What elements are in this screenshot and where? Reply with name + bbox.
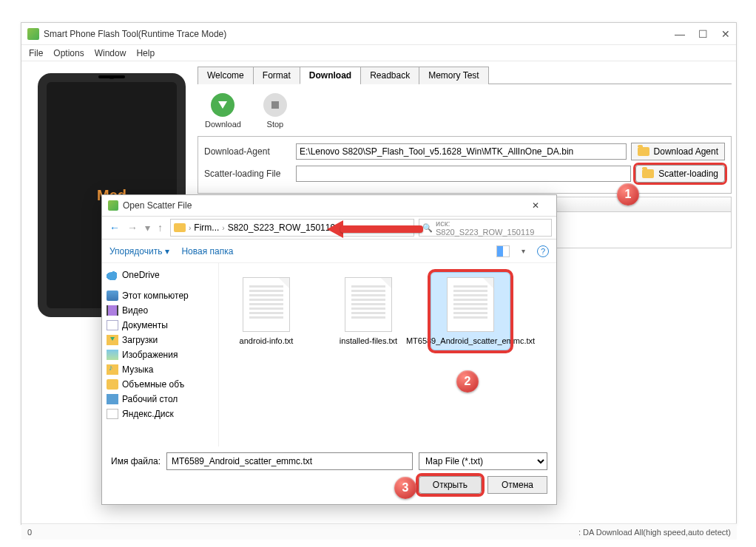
back-button[interactable]: ← [109, 222, 120, 234]
txt-file-icon [243, 277, 290, 332]
open-button[interactable]: Открыть [419, 476, 482, 494]
tree-video[interactable]: Видео [105, 303, 215, 318]
tree-desktop[interactable]: Рабочий стол [105, 392, 215, 407]
file-item-selected[interactable]: MT6589_Android_scatter_emmc.txt [431, 272, 510, 350]
file-item[interactable]: android-info.txt [226, 272, 306, 350]
help-icon[interactable]: ? [537, 245, 549, 257]
scatter-label: Scatter-loading File [204, 169, 291, 179]
stop-label: Stop [267, 120, 284, 129]
forward-button[interactable]: → [127, 222, 138, 234]
images-icon [107, 350, 118, 360]
stop-icon [263, 93, 287, 117]
download-label: Download [205, 120, 241, 129]
close-button[interactable]: ✕ [721, 28, 730, 40]
scatter-input[interactable] [296, 166, 631, 182]
menu-window[interactable]: Window [95, 48, 126, 58]
cloud-icon [107, 270, 118, 280]
dialog-close-button[interactable]: ✕ [521, 200, 550, 211]
yandex-disk-icon [107, 409, 118, 419]
download-agent-input[interactable] [296, 143, 627, 160]
scatter-row: Scatter-loading File Scatter-loading [204, 165, 725, 183]
scatter-btn-label: Scatter-loading [658, 169, 718, 179]
app-icon [108, 200, 118, 211]
annotation-2: 2 [456, 370, 479, 393]
tab-download[interactable]: Download [300, 67, 361, 84]
downloads-icon [107, 335, 118, 345]
dialog-body: OneDrive Этот компьютер Видео Документы … [102, 263, 556, 446]
tab-format[interactable]: Format [253, 67, 300, 84]
dialog-title: Open Scatter File [123, 200, 192, 211]
filetype-select[interactable]: Map File (*.txt) [419, 452, 547, 470]
config-panel: Download-Agent Download Agent Scatter-lo… [198, 136, 732, 194]
annotation-1: 1 [617, 183, 639, 205]
breadcrumb-seg[interactable]: S820_S223_ROW_150119 [228, 222, 335, 233]
menu-options[interactable]: Options [53, 48, 84, 58]
chevron-down-icon: ▾ [165, 246, 169, 256]
menu-help[interactable]: Help [136, 48, 155, 58]
search-placeholder: иск: S820_S223_ROW_150119 [436, 219, 548, 237]
breadcrumb-seg[interactable]: Firm... [194, 222, 219, 233]
filename-label: Имя файла: [111, 456, 161, 466]
tab-readback[interactable]: Readback [360, 67, 419, 84]
organize-menu[interactable]: Упорядочить ▾ [109, 246, 169, 256]
annotation-3: 3 [394, 477, 416, 499]
desktop-icon [107, 394, 118, 404]
download-agent-btn-label: Download Agent [654, 146, 718, 157]
phone-speaker-icon [98, 75, 125, 78]
scatter-loading-button[interactable]: Scatter-loading [635, 165, 725, 183]
view-button[interactable] [496, 245, 510, 257]
open-scatter-dialog: Open Scatter File ✕ ← → ▾ ↑ › Firm... › … [101, 194, 557, 505]
file-name: android-info.txt [240, 336, 294, 345]
music-icon [107, 364, 118, 375]
filename-input[interactable] [166, 452, 413, 470]
tree-this-pc[interactable]: Этот компьютер [105, 288, 215, 303]
video-icon [107, 305, 118, 316]
tree-images[interactable]: Изображения [105, 347, 215, 362]
file-name: MT6589_Android_scatter_emmc.txt [406, 336, 535, 345]
search-icon: 🔍 [422, 223, 433, 233]
tree-yandex-disk[interactable]: Яндекс.Диск [105, 407, 215, 421]
file-pane[interactable]: android-info.txt installed-files.txt MT6… [219, 263, 556, 446]
tab-welcome[interactable]: Welcome [198, 67, 254, 84]
search-input[interactable]: 🔍 иск: S820_S223_ROW_150119 [419, 219, 552, 237]
dialog-toolbar: Упорядочить ▾ Новая папка ▾ ? [102, 239, 556, 263]
menubar: File Options Window Help [21, 45, 736, 61]
recent-dropdown[interactable]: ▾ [145, 222, 150, 234]
menu-file[interactable]: File [29, 48, 43, 58]
new-folder-button[interactable]: Новая папка [181, 246, 233, 256]
download-agent-button[interactable]: Download Agent [631, 143, 725, 160]
folder-icon [642, 169, 654, 178]
up-button[interactable]: ↑ [158, 222, 163, 234]
file-item[interactable]: installed-files.txt [328, 272, 408, 350]
tab-memory-test[interactable]: Memory Test [419, 67, 488, 84]
txt-file-icon [345, 277, 392, 332]
document-icon [107, 320, 118, 330]
download-agent-row: Download-Agent Download Agent [204, 143, 725, 160]
status-bar: 0 : DA Download All(high speed,auto dete… [21, 523, 737, 540]
tree-downloads[interactable]: Загрузки [105, 333, 215, 347]
pc-icon [107, 291, 118, 301]
annotation-arrow [327, 220, 423, 238]
tab-toolbar: Download Stop [198, 89, 732, 136]
chevron-down-icon[interactable]: ▾ [522, 247, 525, 255]
nav-tree[interactable]: OneDrive Этот компьютер Видео Документы … [102, 263, 219, 446]
dialog-footer: Имя файла: Map File (*.txt) Открыть Отме… [102, 446, 556, 500]
cancel-button[interactable]: Отмена [487, 476, 547, 494]
stop-button[interactable]: Stop [263, 93, 287, 129]
maximize-button[interactable]: ☐ [698, 28, 708, 40]
tree-3d[interactable]: Объемные объ [105, 377, 215, 392]
download-agent-label: Download-Agent [204, 146, 291, 157]
tree-music[interactable]: Музыка [105, 362, 215, 377]
titlebar: Smart Phone Flash Tool(Runtime Trace Mod… [21, 23, 736, 45]
chevron-right-icon: › [189, 224, 191, 232]
file-name: installed-files.txt [340, 336, 397, 345]
folder-icon [638, 147, 649, 156]
window-title: Smart Phone Flash Tool(Runtime Trace Mod… [44, 29, 675, 39]
folder-icon [174, 223, 186, 232]
tree-documents[interactable]: Документы [105, 318, 215, 333]
download-button[interactable]: Download [205, 93, 241, 129]
app-icon [27, 28, 39, 40]
tree-onedrive[interactable]: OneDrive [105, 268, 215, 282]
minimize-button[interactable]: — [675, 28, 685, 40]
status-right: : DA Download All(high speed,auto detect… [578, 528, 731, 537]
